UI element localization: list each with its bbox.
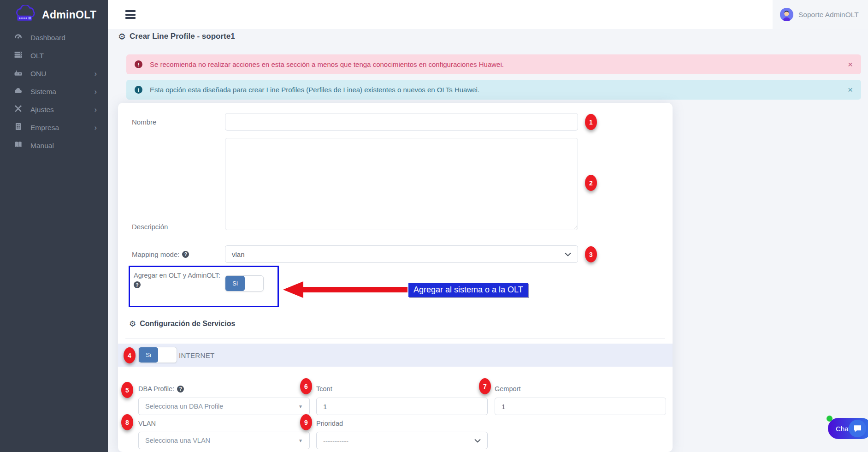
tools-icon — [14, 104, 23, 115]
sidebar-item-onu[interactable]: ONU › — [0, 65, 108, 83]
step-badge-7: 7 — [479, 378, 491, 394]
gemport-label: Gemport — [495, 384, 520, 393]
sidebar-item-dashboard[interactable]: Dashboard — [0, 29, 108, 47]
sidebar-item-label: ONU — [30, 70, 46, 78]
close-icon[interactable]: × — [848, 85, 853, 94]
chevron-right-icon: › — [94, 124, 97, 131]
building-icon — [14, 122, 23, 133]
descripcion-label: Descripción — [132, 222, 168, 231]
prioridad-value: ----------- — [323, 437, 348, 445]
section-divider — [125, 338, 665, 339]
toggle-on-label: Si — [139, 347, 158, 363]
annotation-arrow-shaft — [301, 287, 407, 292]
prioridad-label: Prioridad — [316, 419, 343, 428]
router-icon — [14, 68, 23, 79]
gears-icon: ⚙ — [129, 320, 136, 328]
alert-danger-text: Se recomienda no realizar acciones en es… — [150, 60, 504, 68]
step-badge-5: 5 — [121, 382, 133, 398]
step-badge-4: 4 — [124, 347, 136, 363]
step-badge-3: 3 — [585, 246, 597, 262]
dropdown-triangle-icon: ▼ — [298, 404, 303, 409]
sidebar-item-label: Dashboard — [30, 34, 65, 42]
chevron-right-icon: › — [94, 106, 97, 113]
step-badge-6: 6 — [300, 378, 312, 394]
help-icon[interactable]: ? — [177, 386, 184, 393]
prioridad-select[interactable]: ----------- — [316, 432, 488, 449]
avatar — [780, 8, 793, 21]
tcont-input[interactable] — [316, 398, 488, 415]
chat-label: Chat — [836, 425, 850, 433]
sidebar: AdminOLT Dashboard OLT ONU › — [0, 0, 108, 452]
user-name: Soporte AdminOLT — [798, 11, 859, 19]
dropdown-triangle-icon: ▼ — [298, 438, 303, 443]
alert-danger: ! Se recomienda no realizar acciones en … — [126, 54, 861, 74]
step-badge-9: 9 — [300, 414, 312, 430]
chat-bubble-icon[interactable] — [849, 420, 866, 437]
sidebar-item-empresa[interactable]: Empresa › — [0, 119, 108, 137]
sidebar-item-sistema[interactable]: Sistema › — [0, 83, 108, 101]
mapping-mode-value: vlan — [232, 250, 245, 258]
help-icon[interactable]: ? — [182, 251, 189, 258]
chevron-right-icon: › — [94, 70, 97, 77]
services-section-heading: ⚙ Configuración de Servicios — [129, 320, 235, 328]
chevron-down-icon — [565, 252, 571, 256]
sidebar-item-olt[interactable]: OLT — [0, 47, 108, 65]
brand-name: AdminOLT — [42, 9, 96, 21]
dba-profile-label: DBA Profile: ? — [138, 384, 184, 393]
mapping-mode-select[interactable]: vlan — [225, 245, 578, 263]
chevron-right-icon: › — [94, 88, 97, 95]
internet-label: INTERNET — [179, 344, 214, 367]
sidebar-item-label: Empresa — [30, 124, 59, 132]
menu-toggle-icon[interactable] — [125, 10, 136, 19]
step-badge-8: 8 — [121, 414, 133, 430]
dba-profile-select[interactable]: Selecciona un DBA Profile ▼ — [138, 398, 310, 415]
speedometer-icon — [14, 32, 23, 43]
vlan-select[interactable]: Selecciona una VLAN ▼ — [138, 432, 310, 449]
user-menu[interactable]: Soporte AdminOLT — [773, 0, 868, 29]
annotation-arrow-icon — [283, 281, 303, 298]
server-icon — [14, 50, 23, 61]
mapping-mode-label: Mapping mode: ? — [132, 245, 189, 263]
info-circle-icon: i — [135, 86, 142, 94]
close-icon[interactable]: × — [848, 60, 853, 69]
annotation-label: Agregar al sistema o a la OLT — [408, 283, 528, 297]
app-screen: AdminOLT Dashboard OLT ONU › — [0, 0, 868, 452]
gears-icon: ⚙ — [118, 32, 126, 41]
book-icon — [14, 140, 23, 151]
exclamation-circle-icon: ! — [135, 60, 142, 68]
sidebar-item-ajustes[interactable]: Ajustes › — [0, 101, 108, 119]
descripcion-textarea[interactable] — [225, 138, 578, 230]
sidebar-item-label: OLT — [30, 52, 44, 60]
brand[interactable]: AdminOLT — [14, 5, 96, 24]
nombre-label: Nombre — [132, 113, 156, 131]
alert-info: i Esta opción esta diseñada para crear L… — [126, 80, 861, 100]
step-badge-2: 2 — [585, 175, 597, 191]
sidebar-nav: Dashboard OLT ONU › Sistema › — [0, 29, 108, 155]
dba-profile-placeholder: Selecciona un DBA Profile — [145, 403, 223, 410]
page-title-text: Crear Line Profile - soporte1 — [130, 32, 235, 41]
sidebar-item-label: Manual — [30, 142, 54, 150]
chevron-down-icon — [474, 439, 481, 443]
vlan-label: VLAN — [138, 419, 156, 428]
cloud-router-logo-icon — [14, 5, 38, 24]
alert-info-text: Esta opción esta diseñada para crear Lin… — [150, 86, 479, 94]
highlight-annotation-box — [129, 266, 279, 307]
nombre-input[interactable] — [225, 113, 578, 131]
sidebar-item-label: Ajustes — [30, 106, 54, 114]
vlan-placeholder: Selecciona una VLAN — [145, 437, 210, 444]
step-badge-1: 1 — [585, 114, 597, 130]
gemport-input[interactable] — [495, 398, 666, 415]
top-header: Soporte AdminOLT — [108, 0, 868, 29]
page-title: ⚙ Crear Line Profile - soporte1 — [118, 32, 235, 41]
sidebar-item-manual[interactable]: Manual — [0, 137, 108, 155]
sidebar-item-label: Sistema — [30, 88, 56, 96]
online-status-dot — [827, 416, 833, 422]
line-profile-form-card: Nombre 1 2 Descripción Mapping mode: ? v… — [118, 103, 673, 452]
cloud-icon — [14, 86, 23, 97]
tcont-label: Tcont — [316, 384, 332, 393]
internet-toggle[interactable]: Si — [138, 347, 177, 363]
